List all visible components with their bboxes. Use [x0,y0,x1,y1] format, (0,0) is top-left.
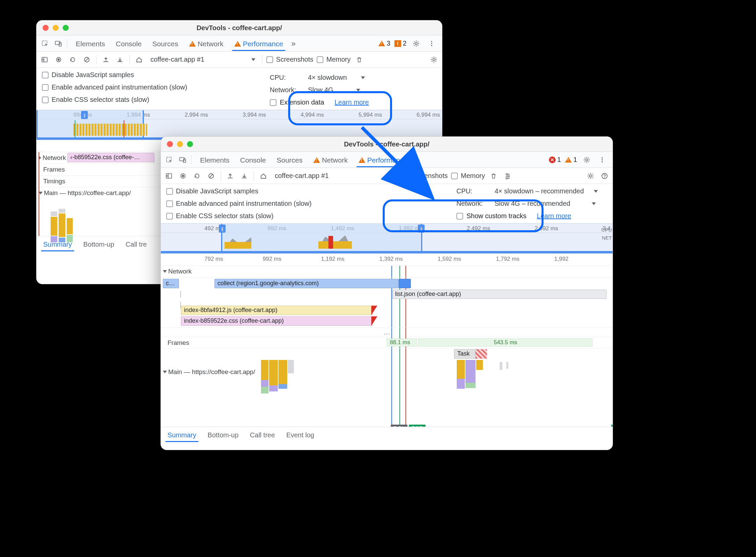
titlebar[interactable]: DevTools - coffee-cart.app/ [161,137,612,152]
inspect-icon[interactable] [39,38,51,49]
css-stats-checkbox[interactable]: Enable CSS selector stats (slow) [166,212,446,220]
lcp-marker[interactable]: LCP [611,424,612,427]
zoom-icon[interactable] [63,25,69,31]
sliders-icon[interactable] [502,171,513,181]
tab-elements[interactable]: Elements [75,36,106,51]
tab-console[interactable]: Console [115,36,143,51]
zoom-icon[interactable] [187,141,193,147]
capture-settings-icon[interactable] [429,54,439,65]
more-tabs[interactable]: » [291,39,296,48]
tab-bottom-up[interactable]: Bottom-up [83,237,115,251]
extension-data-checkbox[interactable] [270,99,276,106]
tab-call-tree[interactable]: Call tre [125,237,147,251]
close-icon[interactable] [167,141,173,147]
record-button[interactable] [53,54,64,65]
overview-minimap[interactable]: 994 ms 1,994 ms 2,994 ms 3,994 ms 4,994 … [36,110,442,140]
network-throttle-select[interactable]: Network:Slow 4G – recommended [456,200,608,207]
screenshots-checkbox[interactable]: Screenshots [401,172,448,180]
network-request-bar[interactable]: index-b859522e.css (coffee-cart.app) [181,316,373,326]
panel-toggle-icon[interactable] [163,171,174,181]
inspect-icon[interactable] [163,154,175,166]
frame-chip[interactable]: 543.5 ms [418,339,593,347]
settings-icon[interactable] [411,38,422,49]
expand-icon[interactable] [163,371,167,373]
timeline-ruler[interactable]: 792 ms 992 ms 1,192 ms 1,392 ms 1,592 ms… [161,254,612,266]
page-select[interactable]: coffee-cart.app #1 [272,171,392,181]
cpu-throttle-select[interactable]: CPU:4× slowdown – recommended [456,187,608,195]
device-toggle-icon[interactable] [177,154,188,166]
tab-performance[interactable]: Performance [234,36,284,51]
tab-sources[interactable]: Sources [276,153,303,167]
fcp-marker[interactable]: FCP [409,424,426,427]
frame-chip[interactable]: 88.1 ms [387,339,417,347]
download-button[interactable] [115,54,125,65]
trash-icon[interactable] [488,171,499,181]
warnings-badge[interactable]: 1 [565,156,577,164]
tab-network[interactable]: Network [188,36,224,51]
device-toggle-icon[interactable] [53,38,64,49]
minimize-icon[interactable] [177,141,183,147]
overview-handle[interactable] [418,225,425,233]
more-tabs[interactable]: » [416,155,420,165]
network-request-bar[interactable]: collect (region1.google-analytics.com) [214,279,399,288]
tab-network[interactable]: Network [313,153,349,167]
panel-toggle-icon[interactable] [39,54,50,65]
task-bar[interactable]: Task [454,349,476,359]
home-icon[interactable] [258,171,269,181]
errors-badge[interactable]: 1 [549,156,561,164]
memory-checkbox[interactable]: Memory [317,56,351,63]
home-icon[interactable] [134,54,145,65]
help-icon[interactable] [599,171,610,181]
tab-summary[interactable]: Summary [167,428,197,442]
tab-console[interactable]: Console [240,153,267,167]
trash-icon[interactable] [354,54,365,65]
adv-paint-checkbox[interactable]: Enable advanced paint instrumentation (s… [166,200,446,207]
warnings-badge[interactable]: 3 [378,39,390,47]
reload-record-button[interactable] [67,54,78,65]
page-select[interactable]: coffee-cart.app #1 [148,54,258,65]
overview-minimap[interactable]: 492 ms 992 ms 1,492 ms 1,992 ms 2,492 ms… [161,224,612,254]
show-custom-tracks-checkbox[interactable] [456,213,463,219]
learn-more-link[interactable]: Learn more [334,98,369,106]
memory-checkbox[interactable]: Memory [451,172,485,180]
network-request-bar[interactable]: co… [163,279,179,288]
titlebar[interactable]: DevTools - coffee-cart.app/ [36,21,442,35]
clear-button[interactable] [82,54,92,65]
tab-sources[interactable]: Sources [152,36,179,51]
clear-button[interactable] [206,171,216,181]
network-request-bar[interactable]: list.json (coffee-cart.app) [392,290,607,299]
more-icon[interactable] [597,154,608,166]
reload-record-button[interactable] [192,171,203,181]
download-button[interactable] [239,171,250,181]
css-stats-checkbox[interactable]: Enable CSS selector stats (slow) [42,96,260,104]
close-icon[interactable] [42,25,49,31]
network-request-bar[interactable]: ‹-b859522e.css (coffee-… [67,153,154,162]
disable-js-checkbox[interactable]: Disable JavaScript samples [42,71,260,79]
settings-icon[interactable] [581,154,593,166]
adv-paint-checkbox[interactable]: Enable advanced paint instrumentation (s… [42,84,260,91]
expand-icon[interactable] [163,270,167,273]
tab-summary[interactable]: Summary [42,237,73,251]
overview-handle[interactable] [219,225,225,233]
network-request-bar[interactable] [399,279,411,288]
dcl-marker[interactable]: DCL [391,424,407,427]
upload-button[interactable] [100,54,111,65]
learn-more-link[interactable]: Learn more [537,212,571,220]
cpu-throttle-select[interactable]: CPU:4× slowdown [270,74,437,82]
tab-performance[interactable]: Performance [358,153,408,167]
minimize-icon[interactable] [53,25,59,31]
info-badge[interactable]: 2 [394,39,406,47]
screenshots-checkbox[interactable]: Screenshots [266,56,313,63]
record-button[interactable] [178,171,188,181]
tab-event-log[interactable]: Event log [285,428,315,442]
disable-js-checkbox[interactable]: Disable JavaScript samples [166,187,446,195]
network-throttle-select[interactable]: Network:Slow 4G [270,86,437,94]
capture-settings-icon[interactable] [585,171,596,181]
upload-button[interactable] [225,171,236,181]
tab-call-tree[interactable]: Call tree [249,428,275,442]
more-icon[interactable] [426,38,437,49]
overview-handle[interactable] [81,111,88,119]
network-request-bar[interactable]: index-8bfa4912.js (coffee-cart.app) [181,306,373,315]
tab-bottom-up[interactable]: Bottom-up [207,428,239,442]
tab-elements[interactable]: Elements [200,153,230,167]
